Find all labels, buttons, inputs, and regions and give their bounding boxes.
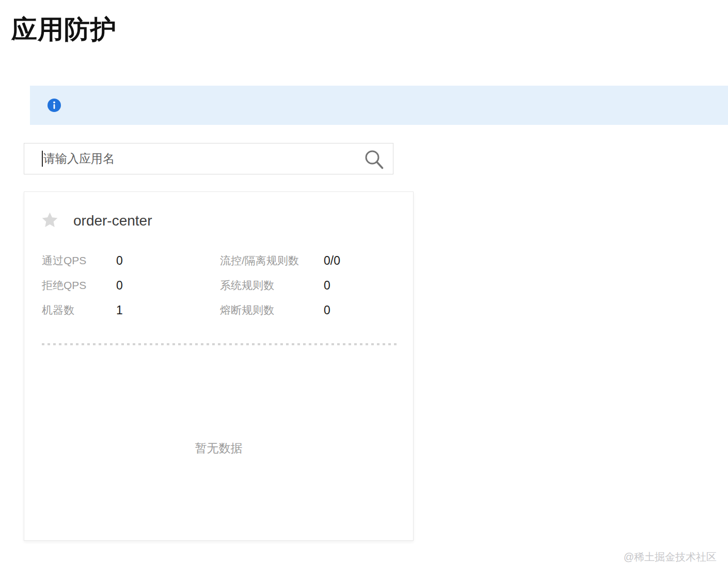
search-input[interactable] bbox=[24, 143, 393, 174]
stat-value: 0 bbox=[324, 279, 330, 293]
stat-value: 0 bbox=[116, 279, 123, 293]
stat-row-flow-rules: 流控/隔离规则数 0/0 bbox=[220, 248, 340, 273]
info-banner bbox=[30, 86, 728, 125]
stat-row-machine-count: 机器数 1 bbox=[42, 298, 123, 323]
stat-row-pass-qps: 通过QPS 0 bbox=[42, 248, 123, 273]
stat-label: 拒绝QPS bbox=[42, 278, 116, 293]
info-icon bbox=[48, 99, 61, 112]
stat-value: 0 bbox=[116, 254, 123, 268]
stat-value: 1 bbox=[116, 303, 123, 317]
app-name: order-center bbox=[73, 213, 152, 229]
page-title: 应用防护 bbox=[11, 12, 117, 47]
stat-label: 流控/隔离规则数 bbox=[220, 253, 324, 268]
stats-right-column: 流控/隔离规则数 0/0 系统规则数 0 熔断规则数 0 bbox=[220, 248, 340, 323]
stat-value: 0 bbox=[324, 303, 330, 317]
stat-label: 系统规则数 bbox=[220, 278, 324, 293]
stat-label: 机器数 bbox=[42, 303, 116, 317]
stat-label: 熔断规则数 bbox=[220, 303, 324, 317]
watermark: @稀土掘金技术社区 bbox=[624, 550, 717, 564]
stat-label: 通过QPS bbox=[42, 253, 116, 268]
app-card[interactable]: order-center 通过QPS 0 拒绝QPS 0 机器数 1 流控/隔离… bbox=[24, 191, 414, 541]
stat-row-system-rules: 系统规则数 0 bbox=[220, 273, 340, 298]
empty-data-text: 暂无数据 bbox=[24, 440, 413, 456]
star-icon[interactable] bbox=[41, 211, 59, 229]
stat-row-degrade-rules: 熔断规则数 0 bbox=[220, 298, 340, 323]
stat-row-block-qps: 拒绝QPS 0 bbox=[42, 273, 123, 298]
stats-left-column: 通过QPS 0 拒绝QPS 0 机器数 1 bbox=[42, 248, 123, 323]
text-caret bbox=[42, 151, 43, 167]
stat-value: 0/0 bbox=[324, 254, 340, 268]
search-icon[interactable] bbox=[363, 149, 384, 169]
dashed-divider bbox=[42, 343, 397, 345]
app-search-box bbox=[24, 143, 393, 174]
